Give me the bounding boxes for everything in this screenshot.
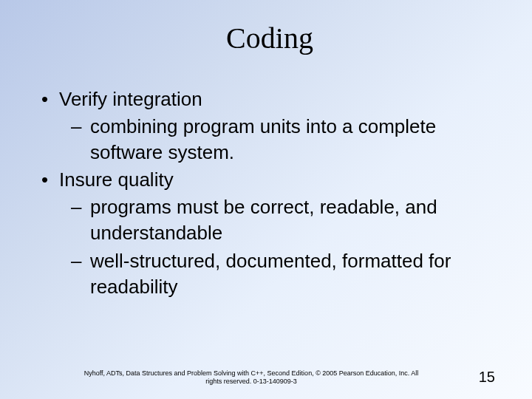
dash-marker: –	[71, 248, 90, 300]
copyright-text: Nyhoff, ADTs, Data Structures and Proble…	[37, 369, 466, 386]
slide-footer: Nyhoff, ADTs, Data Structures and Proble…	[0, 369, 532, 386]
bullet-text: Verify integration	[59, 86, 502, 112]
bullet-marker: •	[37, 86, 59, 112]
bullet-item: • Insure quality	[37, 167, 502, 193]
sub-bullet-text: combining program units into a complete …	[90, 114, 502, 166]
sub-bullet-item: – well-structured, documented, formatted…	[71, 248, 502, 300]
page-number: 15	[466, 369, 495, 386]
bullet-text: Insure quality	[59, 167, 502, 193]
slide: Coding • Verify integration – combining …	[0, 0, 532, 399]
bullet-marker: •	[37, 167, 59, 193]
sub-bullet-item: – combining program units into a complet…	[71, 114, 502, 166]
sub-bullet-item: – programs must be correct, readable, an…	[71, 194, 502, 246]
slide-title: Coding	[37, 21, 502, 55]
dash-marker: –	[71, 194, 90, 246]
sub-bullet-text: well-structured, documented, formatted f…	[90, 248, 502, 300]
slide-content: • Verify integration – combining program…	[37, 86, 502, 300]
sub-bullet-text: programs must be correct, readable, and …	[90, 194, 502, 246]
bullet-item: • Verify integration	[37, 86, 502, 112]
dash-marker: –	[71, 114, 90, 166]
